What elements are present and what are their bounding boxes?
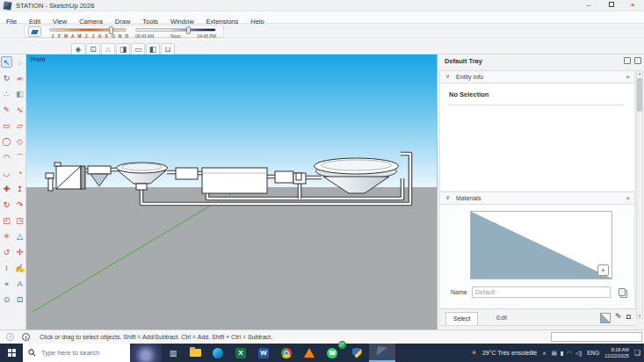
clock[interactable]: 8:18 AM 12/22/2025	[604, 347, 629, 359]
shadow-toggle-icon[interactable]	[28, 26, 41, 37]
tray-header: Default Tray	[438, 54, 644, 69]
sample-paint-icon[interactable]: ◘	[626, 313, 631, 321]
tool-push-pull[interactable]: ↥	[14, 183, 25, 194]
word-button[interactable]: W	[253, 344, 274, 362]
tool-rectangle[interactable]: ▭	[1, 119, 12, 131]
tool-protractor[interactable]: △	[14, 230, 25, 242]
aeration-basin	[202, 168, 267, 193]
duplicate-material-icon[interactable]	[619, 288, 626, 296]
tool-polygon[interactable]: ◇	[14, 135, 25, 147]
tool-3d-text[interactable]: A	[14, 278, 25, 289]
tool-line[interactable]: ✎	[1, 104, 12, 115]
eyedropper-icon[interactable]: ✎	[615, 312, 622, 321]
tool-offset[interactable]: ◳	[14, 214, 25, 226]
view-iso-button[interactable]: ◈	[71, 43, 85, 55]
maximize-icon	[609, 2, 614, 7]
action-center-icon[interactable]: ❏	[634, 349, 640, 357]
tray-scrollbar[interactable]: ▲ ▼	[636, 70, 643, 319]
search-input[interactable]	[40, 348, 119, 358]
view-top-button[interactable]: ⊡	[86, 43, 100, 55]
measurements-box[interactable]	[551, 332, 642, 342]
view-back-button[interactable]: ▭	[131, 43, 145, 55]
battery-icon[interactable]: ▮	[561, 350, 564, 357]
volume-icon[interactable]: ◁)	[575, 350, 582, 357]
tool-axes[interactable]: ✳	[1, 230, 12, 242]
maximize-button[interactable]	[602, 0, 621, 11]
add-material-button[interactable]: +	[597, 264, 609, 276]
tool-zoom-window[interactable]: ⊡	[14, 293, 25, 305]
minimize-button[interactable]: –	[579, 0, 598, 11]
model-viewport[interactable]: .ol{fill:#ffffff;stroke:#2e2e2e;stroke-w…	[26, 54, 437, 329]
tray-title: Default Tray	[445, 57, 482, 65]
tray-expand-icon[interactable]: ∧	[542, 350, 546, 356]
materials-close-icon[interactable]: ×	[626, 194, 630, 202]
file-explorer-button[interactable]	[185, 344, 206, 362]
tool-components[interactable]: ∴	[1, 88, 12, 99]
chevron-down-icon: ∨	[445, 73, 450, 80]
tool-select[interactable]: ↖	[1, 56, 12, 68]
edge-button[interactable]	[207, 344, 228, 362]
tool-pie[interactable]: ◔	[14, 167, 25, 178]
tool-text[interactable]: ✍	[14, 262, 25, 273]
tool-look-around[interactable]: ⌖	[1, 278, 12, 289]
material-name-input[interactable]	[472, 286, 611, 298]
scrollbar-thumb[interactable]	[637, 78, 642, 112]
entity-info-header[interactable]: ∨ Entity Info ×	[439, 70, 635, 83]
tool-freehand[interactable]: ∿	[14, 104, 25, 115]
view-bottom-button[interactable]: ⊔	[161, 43, 175, 55]
tool-pan[interactable]: ✢	[14, 246, 25, 257]
tool-three-point-arc[interactable]: ◡	[1, 167, 12, 178]
month-label-N: N	[117, 33, 124, 39]
taskbar-search[interactable]	[23, 344, 130, 362]
weather-status[interactable]: 29°C Très ensoleillé	[482, 350, 537, 356]
defender-button[interactable]	[346, 344, 367, 362]
news-widget-thumbnail[interactable]	[130, 344, 162, 362]
tool-orbit[interactable]: ↺	[1, 246, 12, 257]
language-indicator[interactable]: ENG	[587, 350, 599, 356]
tray-app-icon[interactable]: ▤	[552, 350, 557, 357]
chrome-button[interactable]	[276, 344, 297, 362]
current-material-swatch[interactable]	[600, 313, 611, 323]
weather-icon[interactable]: ☀	[471, 349, 477, 357]
tool-two-point-arc[interactable]: ⌒	[14, 151, 25, 163]
tab-edit[interactable]: Edit	[489, 312, 514, 325]
start-button[interactable]	[0, 344, 23, 362]
tool-make-component[interactable]: ↻	[1, 72, 12, 83]
task-view-button[interactable]: ▥	[163, 344, 183, 362]
shadow-time-slider[interactable]	[135, 28, 216, 32]
tool-walk[interactable]: ≀	[1, 262, 12, 273]
view-front-button[interactable]: ⌂	[101, 43, 115, 55]
tool-move[interactable]: ✚	[1, 183, 12, 194]
tool-scale[interactable]: ◰	[1, 214, 12, 226]
windows-taskbar: ▥ X W ☎ 37 ☀ 29°C Très ensoleillé ∧ ▤▮◠◁…	[0, 344, 644, 362]
tray-options-icon[interactable]	[634, 57, 641, 64]
tray-pin-icon[interactable]	[624, 57, 631, 64]
shadow-date-slider[interactable]	[49, 28, 127, 32]
tool-rotated-rectangle[interactable]: ▱	[14, 119, 25, 131]
tab-select[interactable]: Select	[445, 312, 478, 325]
tool-lasso[interactable]: ◌	[14, 56, 25, 68]
whatsapp-button[interactable]: ☎ 37	[322, 344, 343, 362]
sketchup-taskbar-button[interactable]	[369, 344, 395, 362]
tool-zoom[interactable]: ⊙	[1, 293, 12, 305]
scroll-up-icon[interactable]: ▲	[637, 71, 642, 76]
view-right-button[interactable]: ◨	[116, 43, 130, 55]
close-button[interactable]: ×	[623, 0, 642, 11]
materials-header[interactable]: ∨ Materials ×	[439, 192, 635, 205]
tool-rotate[interactable]: ↻	[1, 199, 12, 210]
view-left-button[interactable]: ◧	[146, 43, 160, 55]
vlc-button[interactable]	[299, 344, 320, 362]
excel-button[interactable]: X	[230, 344, 251, 362]
tool-follow-me[interactable]: ↷	[14, 199, 25, 210]
geolocation-icon[interactable]: ?	[6, 333, 14, 341]
tool-paint-bucket[interactable]: ◧	[14, 88, 25, 99]
tool-arc[interactable]: ◠	[1, 151, 12, 163]
station-model[interactable]: .ol{fill:#ffffff;stroke:#2e2e2e;stroke-w…	[26, 54, 437, 329]
entity-info-close-icon[interactable]: ×	[626, 73, 630, 81]
network-icon[interactable]: ◠	[567, 350, 572, 357]
tool-circle[interactable]: ◯	[1, 135, 12, 147]
tool-eraser[interactable]: ▰	[14, 72, 25, 83]
scroll-down-icon[interactable]: ▼	[637, 314, 642, 318]
info-icon[interactable]: i	[22, 333, 30, 341]
chevron-down-icon: ∨	[445, 194, 450, 201]
